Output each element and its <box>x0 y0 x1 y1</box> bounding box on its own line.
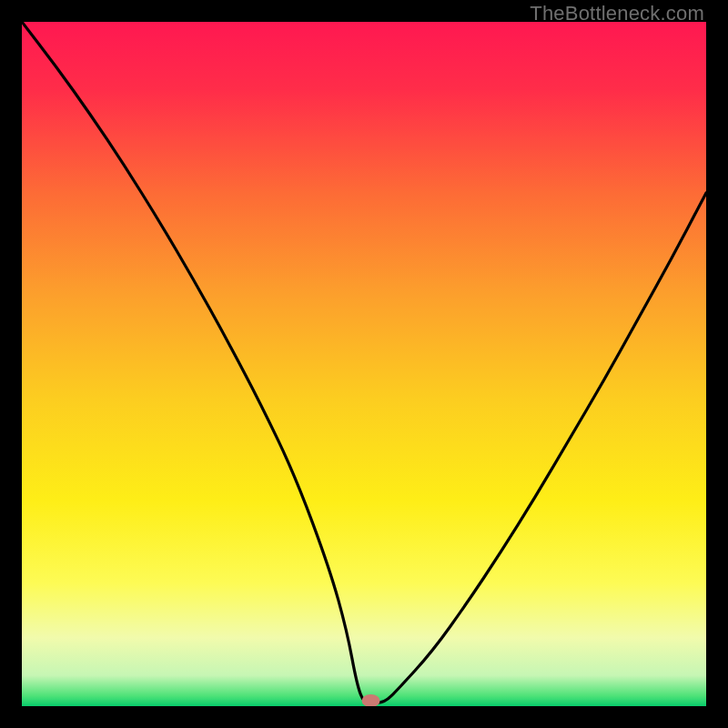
chart-frame <box>22 22 706 706</box>
bottleneck-chart <box>22 22 706 706</box>
chart-background <box>22 22 706 706</box>
